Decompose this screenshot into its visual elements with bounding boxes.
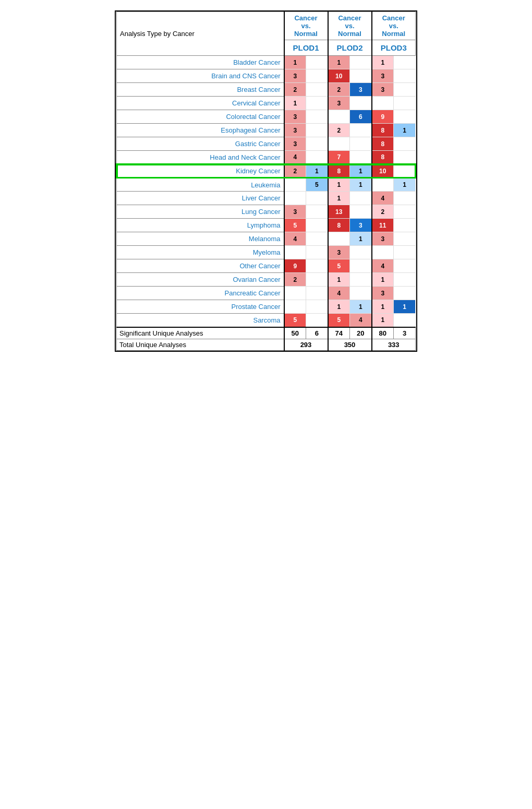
data-cell: 9 (372, 110, 394, 124)
data-cell: 4 (372, 192, 394, 205)
cancer-label: Melanoma (117, 232, 284, 246)
main-table: Analysis Type by Cancer Cancer vs. Norma… (115, 10, 417, 352)
significant-label: Significant Unique Analyses (117, 327, 284, 339)
table-row: Colorectal Cancer369 (117, 110, 416, 124)
data-cell: 4 (350, 314, 372, 327)
cancer-label: Cervical Cancer (117, 97, 284, 110)
data-cell (394, 69, 416, 83)
data-cell: 3 (284, 124, 306, 137)
data-cell: 1 (328, 56, 350, 69)
table-row: Cervical Cancer13 (117, 97, 416, 110)
table-row: Kidney Cancer218110 (117, 164, 416, 178)
data-cell: 1 (328, 273, 350, 287)
table-row: Breast Cancer2233 (117, 83, 416, 97)
data-cell: 1 (372, 300, 394, 314)
data-cell (306, 151, 328, 164)
data-cell: 1 (350, 178, 372, 192)
data-cell (394, 287, 416, 300)
analysis-type-label: Analysis Type by Cancer (120, 30, 195, 38)
data-cell: 2 (284, 273, 306, 287)
table-row: Lymphoma58311 (117, 219, 416, 232)
cancer-label: Esophageal Cancer (117, 124, 284, 137)
data-cell (306, 232, 328, 246)
data-cell (306, 314, 328, 327)
data-cell (394, 246, 416, 259)
data-cell (306, 192, 328, 205)
table-row: Lung Cancer3132 (117, 205, 416, 219)
cancer-label: Gastric Cancer (117, 137, 284, 151)
data-cell: 1 (350, 232, 372, 246)
data-cell (350, 151, 372, 164)
table-row: Gastric Cancer38 (117, 137, 416, 151)
data-cell (350, 137, 372, 151)
data-cell: 1 (350, 300, 372, 314)
data-cell: 3 (284, 205, 306, 219)
data-cell: 1 (328, 178, 350, 192)
cancer-label: Bladder Cancer (117, 56, 284, 69)
table-row: Pancreatic Cancer43 (117, 287, 416, 300)
data-cell (306, 300, 328, 314)
data-cell (284, 178, 306, 192)
data-cell: 3 (372, 232, 394, 246)
data-cell (350, 192, 372, 205)
data-cell: 2 (372, 205, 394, 219)
data-cell: 1 (328, 300, 350, 314)
data-cell (350, 69, 372, 83)
data-cell (306, 83, 328, 97)
table-row: Leukemia5111 (117, 178, 416, 192)
data-cell (306, 287, 328, 300)
data-cell (284, 246, 306, 259)
table-row: Sarcoma5541 (117, 314, 416, 327)
data-cell (394, 110, 416, 124)
data-cell: 3 (350, 83, 372, 97)
data-cell: 4 (328, 287, 350, 300)
total-label: Total Unique Analyses (117, 339, 284, 350)
data-cell: 1 (284, 97, 306, 110)
data-cell (350, 56, 372, 69)
total-value: 333 (372, 339, 416, 350)
data-cell: 13 (328, 205, 350, 219)
data-cell (394, 137, 416, 151)
data-cell (350, 97, 372, 110)
data-cell (394, 192, 416, 205)
data-cell (306, 124, 328, 137)
table-row: Melanoma413 (117, 232, 416, 246)
data-cell: 3 (284, 110, 306, 124)
data-cell (306, 56, 328, 69)
data-cell: 8 (372, 124, 394, 137)
data-cell: 3 (350, 219, 372, 232)
data-cell: 8 (328, 164, 350, 178)
table-row: Esophageal Cancer3281 (117, 124, 416, 137)
data-cell: 1 (394, 178, 416, 192)
cancer-label: Sarcoma (117, 314, 284, 327)
data-cell (284, 192, 306, 205)
data-cell: 5 (284, 314, 306, 327)
data-cell (284, 287, 306, 300)
cancer-label: Lymphoma (117, 219, 284, 232)
data-cell (306, 205, 328, 219)
plod3-title: Cancer vs. Normal (382, 14, 405, 38)
data-cell: 3 (284, 137, 306, 151)
total-analyses-row: Total Unique Analyses293350333 (117, 339, 416, 350)
data-cell (306, 69, 328, 83)
data-cell: 11 (372, 219, 394, 232)
data-cell: 2 (328, 124, 350, 137)
data-cell: 2 (284, 83, 306, 97)
table-row: Head and Neck Cancer478 (117, 151, 416, 164)
data-cell: 1 (394, 124, 416, 137)
data-cell: 4 (372, 259, 394, 273)
analysis-type-header: Analysis Type by Cancer (117, 12, 284, 56)
cancer-label: Kidney Cancer (117, 164, 284, 178)
cancer-label: Head and Neck Cancer (117, 151, 284, 164)
header-row: Analysis Type by Cancer Cancer vs. Norma… (117, 12, 416, 40)
summary-value: 3 (394, 327, 416, 339)
data-cell: 3 (372, 83, 394, 97)
data-cell (350, 273, 372, 287)
data-cell (394, 164, 416, 178)
data-cell (372, 97, 394, 110)
data-cell (350, 259, 372, 273)
data-cell: 5 (284, 219, 306, 232)
data-cell: 3 (328, 246, 350, 259)
table-row: Liver Cancer14 (117, 192, 416, 205)
cancer-label: Myeloma (117, 246, 284, 259)
